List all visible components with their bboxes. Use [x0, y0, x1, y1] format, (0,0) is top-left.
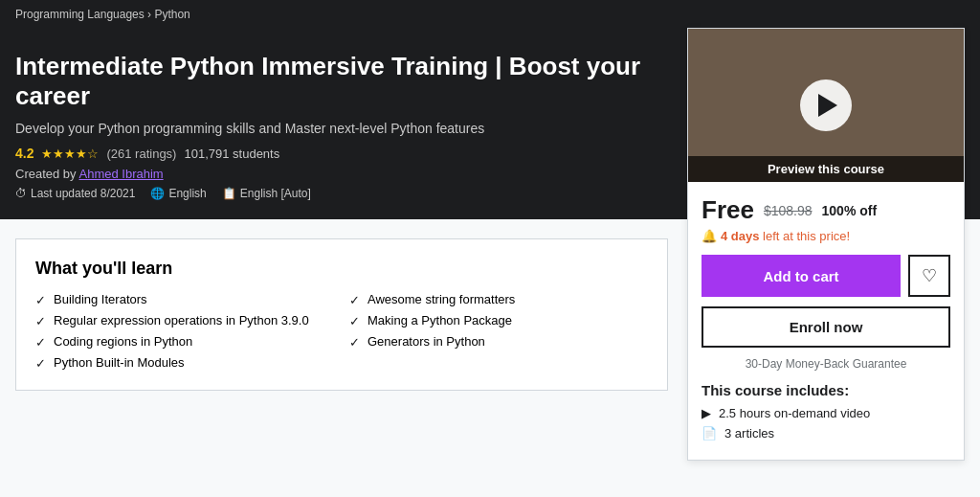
learn-box: What you'll learn ✓Building Iterators✓Aw…	[15, 238, 668, 391]
check-icon: ✓	[349, 335, 360, 350]
course-subtitle: Develop your Python programming skills a…	[15, 121, 666, 136]
student-count: 101,791 students	[184, 147, 279, 161]
check-icon: ✓	[35, 293, 46, 307]
right-panel: Preview this course Free $108.98 100% of…	[687, 238, 965, 461]
countdown-text: 4 days left at this price!	[721, 229, 850, 243]
main-content: What you'll learn ✓Building Iterators✓Aw…	[0, 219, 980, 480]
enroll-button[interactable]: Enroll now	[702, 306, 950, 348]
rating-row: 4.2 ★★★★☆ (261 ratings) 101,791 students	[15, 146, 666, 161]
breadcrumb: Programming Languages › Python	[15, 8, 965, 21]
learn-item: ✓Making a Python Package	[349, 313, 648, 328]
learn-item-text: Building Iterators	[54, 292, 147, 306]
course-title: Intermediate Python Immersive Training |…	[15, 52, 666, 111]
includes-list: ▶2.5 hours on-demand video📄3 articles	[702, 406, 950, 441]
countdown: 🔔 4 days left at this price!	[702, 229, 950, 243]
check-icon: ✓	[35, 356, 46, 371]
video-icon: ▶	[702, 406, 711, 420]
wishlist-button[interactable]: ♡	[908, 255, 950, 297]
left-panel: What you'll learn ✓Building Iterators✓Aw…	[15, 238, 687, 461]
includes-item: 📄3 articles	[702, 426, 950, 441]
play-button[interactable]	[800, 79, 852, 131]
learn-item-text: Regular expression operations in Python …	[54, 313, 309, 328]
card-body: Free $108.98 100% off 🔔 4 days left at t…	[688, 182, 964, 460]
learn-item: ✓Coding regions in Python	[35, 334, 334, 350]
caption-icon: 📋	[222, 187, 236, 200]
includes-title: This course includes:	[702, 382, 950, 398]
creator-label: Created by	[15, 167, 77, 181]
includes-item-text: 3 articles	[724, 426, 774, 441]
learn-item: ✓Building Iterators	[35, 292, 334, 307]
meta-language: 🌐 English	[150, 187, 206, 200]
learn-grid: ✓Building Iterators✓Awesome string forma…	[35, 292, 648, 371]
includes-item: ▶2.5 hours on-demand video	[702, 406, 950, 420]
top-bar: Programming Languages › Python	[0, 0, 980, 29]
meta-row: ⏱ Last updated 8/2021 🌐 English 📋 Englis…	[15, 187, 666, 200]
rating-stars: ★★★★☆	[41, 147, 99, 161]
breadcrumb-programming-languages[interactable]: Programming Languages	[15, 8, 145, 21]
learn-item-text: Coding regions in Python	[54, 334, 192, 349]
article-icon: 📄	[702, 426, 717, 441]
meta-updated-text: Last updated 8/2021	[31, 187, 135, 200]
learn-item: ✓Generators in Python	[349, 334, 648, 350]
add-to-cart-button[interactable]: Add to cart	[702, 255, 901, 297]
meta-captions: 📋 English [Auto]	[222, 187, 311, 200]
learn-item-text: Generators in Python	[368, 334, 485, 349]
learn-title: What you'll learn	[35, 259, 648, 279]
clock-icon: ⏱	[15, 187, 27, 200]
rating-number: 4.2	[15, 146, 33, 161]
play-icon	[818, 94, 837, 117]
preview-label: Preview this course	[688, 156, 964, 182]
price-original: $108.98	[764, 203, 813, 218]
check-icon: ✓	[35, 335, 46, 350]
countdown-icon: 🔔	[702, 229, 717, 243]
rating-count: (261 ratings)	[106, 147, 176, 161]
learn-item: ✓Awesome string formatters	[349, 292, 648, 307]
meta-updated: ⏱ Last updated 8/2021	[15, 187, 135, 200]
creator-row: Created by Ahmed Ibrahim	[15, 167, 666, 181]
course-card: Preview this course Free $108.98 100% of…	[687, 28, 965, 461]
learn-item: ✓Regular expression operations in Python…	[35, 313, 334, 328]
globe-icon: 🌐	[150, 187, 165, 200]
breadcrumb-python[interactable]: Python	[154, 8, 189, 21]
learn-item: ✓Python Built-in Modules	[35, 355, 334, 371]
price-row: Free $108.98 100% off	[702, 195, 950, 225]
hero-content: Intermediate Python Immersive Training |…	[15, 52, 666, 200]
creator-link[interactable]: Ahmed Ibrahim	[79, 167, 164, 181]
discount-label: 100% off	[822, 203, 878, 218]
breadcrumb-sep: ›	[147, 8, 151, 21]
heart-icon: ♡	[922, 265, 937, 286]
check-icon: ✓	[349, 293, 360, 307]
includes-item-text: 2.5 hours on-demand video	[719, 406, 870, 420]
learn-item-text: Awesome string formatters	[368, 292, 515, 306]
guarantee-text: 30-Day Money-Back Guarantee	[702, 357, 950, 371]
learn-item-text: Making a Python Package	[368, 313, 512, 328]
check-icon: ✓	[349, 314, 360, 328]
btn-row: Add to cart ♡	[702, 255, 950, 297]
price-free: Free	[702, 195, 754, 225]
learn-item-text: Python Built-in Modules	[54, 355, 185, 370]
preview-image[interactable]: Preview this course	[688, 29, 964, 182]
check-icon: ✓	[35, 314, 46, 328]
meta-captions-text: English [Auto]	[240, 187, 311, 200]
meta-language-text: English	[168, 187, 206, 200]
